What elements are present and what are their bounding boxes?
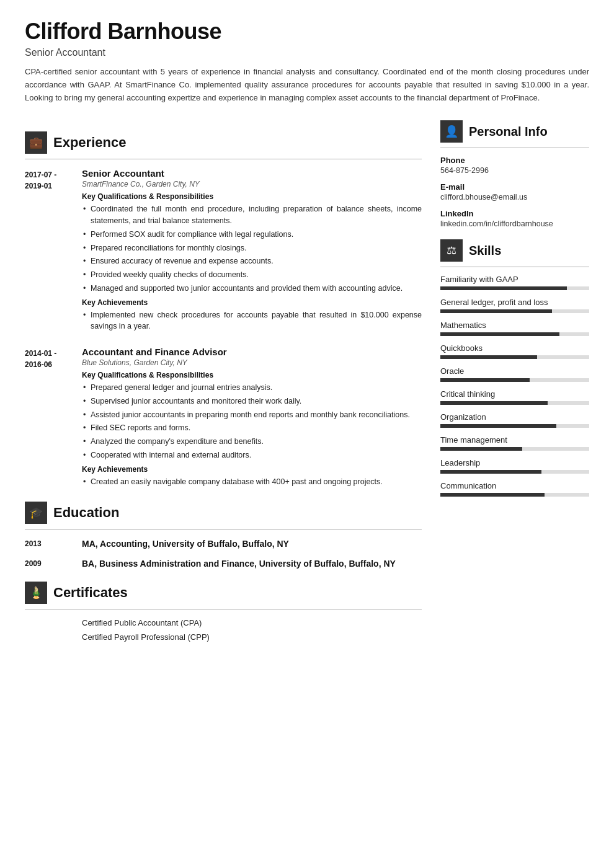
edu-year-2: 2009 [25,558,74,570]
skills-header: ⚖ Skills [440,239,589,262]
skill-name: Time management [440,435,589,445]
skill-name: Critical thinking [440,389,589,399]
experience-section: 💼 Experience 2017-07 - 2019-01 Senior Ac… [25,131,422,489]
personal-info-icon: 👤 [440,120,463,143]
skill-name: Communication [440,481,589,490]
skill-item: Oracle [440,366,589,382]
email-value: clifford.bhouse@email.us [440,193,589,202]
skill-bar-background [440,401,589,405]
skill-bar-fill [440,447,522,451]
skill-bar-background [440,378,589,382]
exp-date-2: 2014-01 - 2016-06 [25,347,74,489]
skill-bar-fill [440,378,530,382]
skill-bar-fill [440,401,548,405]
cert-item-2: Certified Payroll Professional (CPP) [25,632,422,642]
skill-bar-fill [440,355,537,359]
edu-item-1: 2013 MA, Accounting, University of Buffa… [25,538,422,551]
right-column: 👤 Personal Info Phone 564-875-2996 E-mai… [440,120,589,646]
education-icon: 🎓 [25,502,47,524]
skill-bar-background [440,424,589,428]
skills-divider [440,267,589,267]
skill-name: Oracle [440,366,589,376]
experience-icon: 💼 [25,131,47,154]
exp-qual-heading-2: Key Qualifications & Responsibilities [82,371,422,379]
exp-details-1: Senior Accountant SmartFinance Co., Gard… [82,168,422,334]
education-header: 🎓 Education [25,502,422,524]
list-item: Prepared reconciliations for monthly clo… [82,242,422,254]
certificates-divider [25,609,422,609]
skill-name: Organization [440,412,589,422]
skill-name: Quickbooks [440,343,589,353]
skill-item: Familiarity with GAAP [440,275,589,290]
list-item: Implemented new check procedures for acc… [82,309,422,333]
skill-item: Time management [440,435,589,451]
list-item: Filed SEC reports and forms. [82,422,422,434]
edu-item-2: 2009 BA, Business Administration and Fin… [25,558,422,570]
linkedin-label: LinkedIn [440,209,589,218]
list-item: Supervised junior accountants and monito… [82,396,422,407]
skill-bar-fill [440,332,559,336]
experience-header: 💼 Experience [25,131,422,154]
skill-item: Leadership [440,458,589,474]
main-content: 💼 Experience 2017-07 - 2019-01 Senior Ac… [25,120,589,646]
skill-item: Quickbooks [440,343,589,359]
left-column: 💼 Experience 2017-07 - 2019-01 Senior Ac… [25,120,422,646]
skill-bar-background [440,493,589,497]
skill-bar-fill [440,493,545,497]
resume-container: Clifford Barnhouse Senior Accountant CPA… [0,0,614,671]
candidate-summary: CPA-certified senior accountant with 5 y… [25,66,589,104]
phone-label: Phone [440,156,589,165]
candidate-title: Senior Accountant [25,47,589,58]
list-item: Coordinated the full month end procedure… [82,203,422,227]
personal-info-header: 👤 Personal Info [440,120,589,143]
linkedin-item: LinkedIn linkedin.com/in/cliffordbarnhou… [440,209,589,228]
email-label: E-mail [440,182,589,192]
exp-company-2: Blue Solutions, Garden City, NY [82,358,422,367]
skill-item: General ledger, profit and loss [440,298,589,313]
skill-bar-fill [440,424,556,428]
experience-item-1: 2017-07 - 2019-01 Senior Accountant Smar… [25,168,422,334]
exp-details-2: Accountant and Finance Advisor Blue Solu… [82,347,422,489]
skills-list: Familiarity with GAAPGeneral ledger, pro… [440,275,589,497]
list-item: Ensured accuracy of revenue and expense … [82,255,422,267]
edu-degree-1: MA, Accounting, University of Buffalo, B… [82,538,289,551]
exp-ach-list-1: Implemented new check procedures for acc… [82,309,422,333]
cert-text-1: Certified Public Accountant (CPA) [82,618,202,627]
exp-qual-heading-1: Key Qualifications & Responsibilities [82,192,422,201]
skill-bar-fill [440,286,567,290]
email-item: E-mail clifford.bhouse@email.us [440,182,589,202]
personal-info-section: 👤 Personal Info Phone 564-875-2996 E-mai… [440,120,589,228]
skills-icon: ⚖ [440,239,463,262]
list-item: Created an easily navigable company data… [82,476,422,488]
skill-bar-background [440,355,589,359]
candidate-name: Clifford Barnhouse [25,19,589,45]
list-item: Performed SOX audit for compliance with … [82,229,422,241]
education-title: Education [53,505,119,521]
skill-bar-background [440,309,589,313]
education-divider [25,529,422,529]
skill-bar-background [440,332,589,336]
list-item: Prepared general ledger and journal entr… [82,382,422,394]
exp-qual-list-1: Coordinated the full month end procedure… [82,203,422,294]
skill-name: Leadership [440,458,589,467]
certificates-section: 🎍 Certificates Certified Public Accounta… [25,582,422,642]
personal-info-divider [440,148,589,148]
cert-text-2: Certified Payroll Professional (CPP) [82,632,210,642]
skills-title: Skills [469,244,501,258]
edu-degree-2: BA, Business Administration and Finance,… [82,558,396,570]
skill-item: Organization [440,412,589,428]
header: Clifford Barnhouse Senior Accountant CPA… [25,19,589,104]
linkedin-value: linkedin.com/in/cliffordbarnhouse [440,219,589,228]
exp-ach-list-2: Created an easily navigable company data… [82,476,422,488]
skill-name: Familiarity with GAAP [440,275,589,284]
cert-item-1: Certified Public Accountant (CPA) [25,618,422,627]
exp-title-2: Accountant and Finance Advisor [82,347,422,357]
phone-item: Phone 564-875-2996 [440,156,589,175]
skill-bar-background [440,447,589,451]
exp-qual-list-2: Prepared general ledger and journal entr… [82,382,422,461]
list-item: Provided weekly quality checks of docume… [82,269,422,281]
skill-name: Mathematics [440,321,589,330]
exp-company-1: SmartFinance Co., Garden City, NY [82,180,422,188]
exp-title-1: Senior Accountant [82,168,422,179]
skill-bar-background [440,470,589,474]
